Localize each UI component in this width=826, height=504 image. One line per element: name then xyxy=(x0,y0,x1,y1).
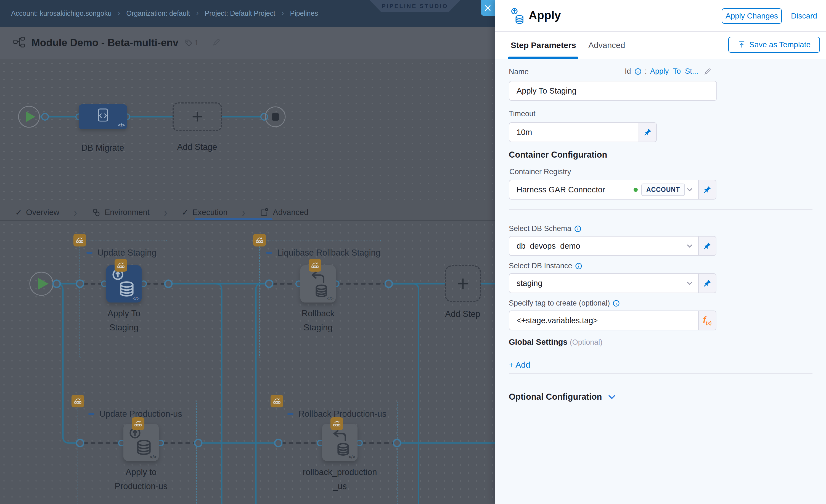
info-icon[interactable] xyxy=(574,225,581,233)
breadcrumb-pipelines[interactable]: Pipelines xyxy=(290,9,318,17)
step-group-icon xyxy=(271,395,283,407)
top-navigation-bar: Account: kurosakiichigo.songoku › Organi… xyxy=(0,0,495,27)
db-schema-label-text: Select DB Schema xyxy=(509,225,572,233)
pin-icon xyxy=(703,185,711,194)
db-instance-select[interactable]: staging xyxy=(509,273,699,293)
tag-count: 1 xyxy=(194,39,198,47)
breadcrumb-organization[interactable]: Organization: default xyxy=(126,9,190,17)
tab-step-parameters[interactable]: Step Parameters xyxy=(511,41,576,50)
add-step-button[interactable] xyxy=(445,265,481,302)
collapse-icon[interactable] xyxy=(86,252,93,254)
name-label: Name xyxy=(509,68,529,76)
step-group-icon xyxy=(73,234,86,247)
plus-icon xyxy=(456,277,470,291)
chevron-down-icon[interactable] xyxy=(687,244,693,248)
section-divider xyxy=(509,209,813,210)
tab-advanced[interactable]: Advanced xyxy=(259,207,308,217)
code-glyph: </> xyxy=(118,123,125,128)
step-group-icon xyxy=(331,417,343,430)
registry-input-type-button[interactable] xyxy=(699,180,716,200)
save-as-template-button[interactable]: Save as Template xyxy=(728,37,820,53)
step-group-header[interactable]: Liquibase Rollback Staging xyxy=(266,248,380,258)
db-instance-label-text: Select DB Instance xyxy=(509,262,572,270)
pipeline-studio-background: Account: kurosakiichigo.songoku › Organi… xyxy=(0,0,495,504)
add-stage-button[interactable] xyxy=(173,103,222,131)
breadcrumb-account[interactable]: Account: kurosakiichigo.songoku xyxy=(11,9,112,17)
container-registry-select[interactable]: Harness GAR Connector ACCOUNT xyxy=(509,180,699,200)
collapse-icon[interactable] xyxy=(287,413,293,415)
section-divider xyxy=(509,373,813,374)
step-config-panel: Apply Apply Changes Discard Step Paramet… xyxy=(495,0,826,504)
add-step-label: Add Step xyxy=(432,307,493,321)
step-group-icon xyxy=(115,259,127,271)
collapse-icon[interactable] xyxy=(266,252,272,254)
collapse-icon[interactable] xyxy=(88,413,95,415)
play-icon xyxy=(38,278,49,290)
custom-stage-icon xyxy=(93,107,113,124)
timeout-input-type-button[interactable] xyxy=(639,122,657,142)
db-rollback-icon xyxy=(328,427,352,456)
apply-changes-button[interactable]: Apply Changes xyxy=(722,8,782,24)
tab-environment[interactable]: Environment xyxy=(92,207,150,217)
global-settings-label: Global Settings xyxy=(509,337,568,346)
fx-icon: f(x) xyxy=(703,315,711,326)
timeout-input[interactable]: 10m xyxy=(509,122,639,142)
optional-configuration-label: Optional Configuration xyxy=(509,392,602,402)
container-registry-value: Harness GAR Connector xyxy=(517,185,605,194)
add-global-setting-button[interactable]: + Add xyxy=(509,360,530,370)
step-id-row: Id : Apply_To_St... xyxy=(625,67,711,76)
step-label: rollback_production_us xyxy=(303,465,377,493)
chevron-down-icon[interactable] xyxy=(687,281,693,285)
stage-tab-bar: ✓ Overview › Environment › ✓ Execution › xyxy=(0,204,495,221)
edit-pipeline-icon[interactable] xyxy=(212,38,221,48)
check-icon: ✓ xyxy=(182,207,188,217)
info-icon[interactable] xyxy=(612,300,620,307)
apply-changes-label: Apply Changes xyxy=(725,12,778,20)
db-rollback-icon xyxy=(306,268,331,298)
info-icon[interactable] xyxy=(575,262,582,270)
optional-configuration-toggle[interactable]: Optional Configuration xyxy=(509,392,615,402)
db-schema-value: db_devops_demo xyxy=(517,242,580,251)
active-tab-underline xyxy=(508,57,578,59)
pipeline-title-bar: Module Demo - Beta-multi-env 1 VISUAL YA… xyxy=(0,27,495,59)
step-group-icon xyxy=(309,259,321,271)
pipeline-graph-icon xyxy=(13,36,25,50)
expression-input-type-button[interactable]: f(x) xyxy=(699,311,716,330)
tag-icon xyxy=(184,39,193,47)
pipeline-title: Module Demo - Beta-multi-env xyxy=(32,37,178,49)
db-schema-input-type-button[interactable] xyxy=(699,236,716,256)
step-group-icon xyxy=(132,417,144,430)
db-schema-select[interactable]: db_devops_demo xyxy=(509,236,699,256)
step-label: Rollback Staging xyxy=(288,306,348,334)
breadcrumb-project[interactable]: Project: Default Project xyxy=(204,9,275,17)
edit-id-icon[interactable] xyxy=(704,68,711,75)
db-apply-icon xyxy=(129,427,154,456)
code-glyph: </> xyxy=(132,296,139,301)
name-input[interactable]: Apply To Staging xyxy=(509,81,717,101)
apply-step-icon xyxy=(511,8,525,25)
tag-to-create-input[interactable]: <+stage.variables.tag> xyxy=(509,311,699,330)
pipeline-tags[interactable]: 1 xyxy=(184,39,198,47)
tag-to-create-label: Specify tag to create (optional) xyxy=(509,299,620,308)
save-as-template-label: Save as Template xyxy=(749,40,811,49)
close-panel-button[interactable] xyxy=(481,0,495,16)
container-registry-label: Container Registry xyxy=(509,168,571,176)
id-label: Id xyxy=(625,67,631,76)
tab-advanced-panel[interactable]: Advanced xyxy=(588,41,625,50)
chevron-down-icon[interactable] xyxy=(687,188,693,192)
tab-execution[interactable]: ✓ Execution xyxy=(182,207,228,217)
container-configuration-heading: Container Configuration xyxy=(509,150,607,160)
info-icon[interactable] xyxy=(634,68,642,75)
step-group-header[interactable]: Update Staging xyxy=(86,248,157,258)
check-icon: ✓ xyxy=(15,207,22,217)
id-value[interactable]: Apply_To_St... xyxy=(650,67,698,76)
db-instance-label: Select DB Instance xyxy=(509,262,582,270)
discard-button[interactable]: Discard xyxy=(791,12,817,20)
db-instance-input-type-button[interactable] xyxy=(699,273,716,293)
tab-overview[interactable]: ✓ Overview xyxy=(15,207,59,217)
pin-icon xyxy=(703,242,711,250)
breadcrumb-separator-icon: › xyxy=(118,9,120,17)
step-parameters-form: Name Id : Apply_To_St... Apply To Stagin… xyxy=(495,59,826,504)
code-glyph: </> xyxy=(327,296,334,301)
stage-node-db-migrate[interactable]: </> xyxy=(79,104,127,129)
